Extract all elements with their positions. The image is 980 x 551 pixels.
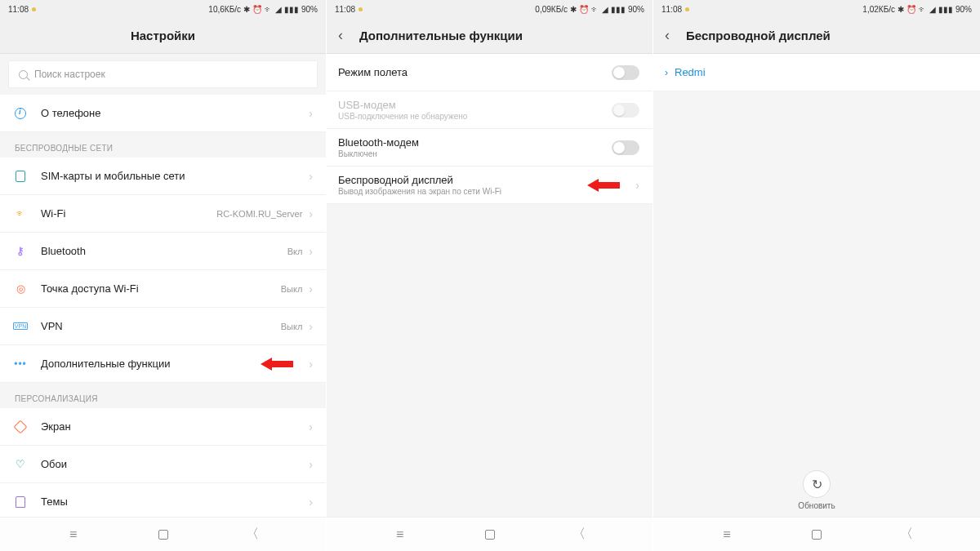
nav-bar: ≡ 〈 — [653, 517, 980, 551]
settings-list: О телефоне › БЕСПРОВОДНЫЕ СЕТИ SIM-карты… — [0, 95, 326, 517]
search-input[interactable]: Поиск настроек — [8, 60, 318, 88]
battery-icon: ▮▮▮ — [611, 5, 626, 14]
functions-list: Режим полета USB-модем USB-подключения н… — [327, 54, 653, 517]
nav-home-button[interactable] — [147, 530, 180, 540]
chevron-right-icon: › — [309, 358, 313, 371]
row-hotspot[interactable]: ◎ Точка доступа Wi-Fi Выкл › — [0, 270, 326, 308]
status-battery-pct: 90% — [301, 5, 318, 14]
row-label: О телефоне — [41, 107, 309, 119]
bluetooth-icon: ✱ — [243, 5, 250, 14]
nav-back-button[interactable]: 〈 — [563, 526, 595, 543]
back-button[interactable]: ‹ — [338, 27, 354, 44]
nav-recents-button[interactable]: ≡ — [384, 527, 416, 542]
search-placeholder: Поиск настроек — [34, 69, 105, 80]
refresh-icon: ↻ — [812, 477, 822, 492]
nav-back-button[interactable]: 〈 — [236, 526, 269, 543]
signal-icon: ◢ — [602, 5, 608, 14]
row-bt-tether[interactable]: Bluetooth-модем Выключен — [327, 129, 653, 167]
battery-icon: ▮▮▮ — [284, 5, 299, 14]
status-bar: 11:08 10,6КБ/с ✱ ⏰ ᯤ ◢ ▮▮▮ 90% — [0, 0, 326, 18]
screen-icon — [14, 420, 28, 433]
signal-icon: ◢ — [929, 5, 936, 14]
bluetooth-icon: ✱ — [570, 5, 577, 14]
alarm-icon: ⏰ — [906, 5, 916, 14]
row-label: Дополнительные функции — [41, 358, 309, 370]
notification-dot-icon — [32, 7, 36, 11]
row-sim[interactable]: SIM-карты и мобильные сети › — [0, 158, 326, 195]
row-label: Режим полета — [338, 66, 612, 78]
bluetooth-icon: ✱ — [898, 5, 904, 14]
nav-recents-button[interactable]: ≡ — [710, 527, 743, 542]
vpn-icon: VPN — [13, 322, 28, 330]
row-wifi[interactable]: ᯤ Wi-Fi RC-KOMI.RU_Server › — [0, 195, 326, 233]
refresh-label: Обновить — [798, 501, 835, 510]
status-time: 11:08 — [662, 5, 682, 14]
status-net-speed: 10,6КБ/с — [208, 5, 241, 14]
nav-recents-button[interactable]: ≡ — [57, 527, 90, 542]
row-label: Беспроводной дисплей — [338, 174, 635, 186]
toggle-bt-tether[interactable] — [612, 140, 639, 155]
row-label: Bluetooth-модем — [338, 136, 612, 149]
chevron-right-icon: › — [309, 207, 313, 220]
nav-home-button[interactable] — [800, 530, 833, 540]
row-label: SIM-карты и мобильные сети — [41, 170, 309, 182]
toggle-airplane[interactable] — [612, 65, 639, 80]
nav-home-button[interactable] — [474, 530, 506, 540]
status-battery-pct: 90% — [628, 5, 644, 14]
status-bar: 11:08 0,09КБ/с ✱ ⏰ ᯤ ◢ ▮▮▮ 90% — [327, 0, 653, 18]
row-more-functions[interactable]: ••• Дополнительные функции › — [0, 345, 326, 383]
row-airplane[interactable]: Режим полета — [327, 54, 653, 91]
header: Настройки — [0, 18, 326, 54]
row-label: USB-модем — [338, 99, 612, 111]
info-icon — [15, 108, 26, 119]
battery-icon: ▮▮▮ — [938, 5, 953, 14]
nav-bar: ≡ 〈 — [327, 517, 653, 551]
sim-icon — [16, 171, 25, 182]
bluetooth-icon: ⚷ — [16, 245, 24, 257]
chevron-right-icon: › — [309, 320, 313, 333]
status-net-speed: 1,02КБ/с — [862, 5, 895, 14]
row-screen[interactable]: Экран › — [0, 408, 326, 446]
back-button[interactable]: ‹ — [665, 27, 681, 44]
chevron-right-icon: › — [309, 458, 313, 471]
row-bluetooth[interactable]: ⚷ Bluetooth Вкл › — [0, 233, 326, 270]
nav-back-button[interactable]: 〈 — [890, 526, 923, 543]
chevron-right-icon: › — [309, 245, 313, 258]
row-wallpaper[interactable]: ♡ Обои › — [0, 446, 326, 483]
refresh-button[interactable]: ↻ — [803, 470, 831, 498]
row-about-phone[interactable]: О телефоне › — [0, 95, 326, 132]
row-vpn[interactable]: VPN VPN Выкл › — [0, 308, 326, 345]
more-icon: ••• — [14, 358, 27, 370]
phone-screen-1: 11:08 10,6КБ/с ✱ ⏰ ᯤ ◢ ▮▮▮ 90% Настройки… — [0, 0, 327, 551]
row-label: Wi-Fi — [41, 207, 216, 220]
wifi-icon: ᯤ — [591, 5, 599, 14]
theme-icon — [16, 496, 25, 508]
row-label: Обои — [41, 458, 309, 470]
phone-screen-2: 11:08 0,09КБ/с ✱ ⏰ ᯤ ◢ ▮▮▮ 90% ‹ Дополни… — [327, 0, 653, 551]
wifi-icon: ᯤ — [16, 207, 26, 220]
status-time: 11:08 — [335, 5, 355, 14]
row-themes[interactable]: Темы › — [0, 483, 326, 517]
row-label: Темы — [41, 495, 309, 508]
wifi-icon: ᯤ — [265, 5, 273, 14]
chevron-right-icon: › — [309, 170, 313, 183]
chevron-right-icon: › — [635, 179, 639, 192]
refresh-area: ↻ Обновить — [653, 470, 980, 510]
chevron-right-icon: › — [309, 420, 313, 433]
chevron-right-icon: › — [309, 282, 313, 295]
row-wireless-display[interactable]: Беспроводной дисплей Вывод изображения н… — [327, 167, 653, 204]
header: ‹ Дополнительные функции — [327, 18, 653, 54]
row-label: VPN — [41, 320, 281, 332]
row-label: Bluetooth — [41, 245, 287, 257]
page-title: Дополнительные функции — [359, 29, 641, 42]
status-net-speed: 0,09КБ/с — [535, 5, 568, 14]
chevron-right-icon: › — [309, 495, 313, 509]
status-battery-pct: 90% — [956, 5, 972, 14]
alarm-icon: ⏰ — [252, 5, 262, 14]
row-usb-tether: USB-модем USB-подключения не обнаружено — [327, 91, 653, 129]
alarm-icon: ⏰ — [579, 5, 589, 14]
search-icon — [19, 70, 28, 79]
nav-bar: ≡ 〈 — [0, 517, 326, 551]
toggle-usb — [612, 103, 639, 118]
row-device-redmi[interactable]: › Redmi — [653, 54, 980, 91]
